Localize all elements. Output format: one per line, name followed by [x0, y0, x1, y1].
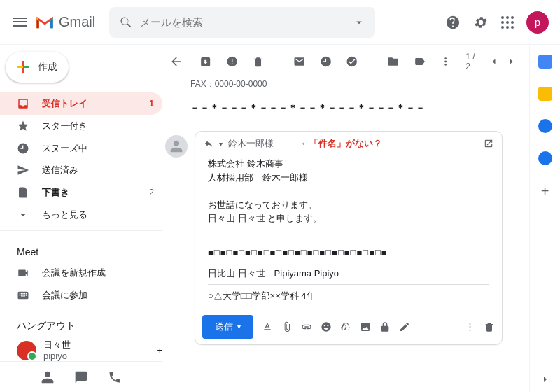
mark-unread-icon[interactable] — [293, 55, 305, 68]
compose-footer: 送信 ▾ ⋮ — [195, 309, 502, 344]
account-avatar[interactable]: p — [526, 11, 549, 34]
plus-icon — [17, 61, 29, 74]
pen-icon[interactable] — [399, 321, 410, 332]
archive-icon[interactable] — [200, 55, 211, 68]
search-input[interactable] — [140, 16, 353, 28]
emoji-icon[interactable] — [321, 321, 332, 332]
meet-new[interactable]: 会議を新規作成 — [0, 262, 162, 284]
sidebar: 作成 受信トレイ 1 スター付き スヌーズ中 送信済み 下書き 2 もっと見る — [0, 45, 162, 392]
phone-icon[interactable] — [108, 370, 122, 384]
inbox-icon — [17, 97, 29, 110]
help-icon[interactable] — [445, 15, 461, 30]
delete-icon[interactable] — [252, 55, 264, 68]
meet-join[interactable]: 会議に参加 — [0, 284, 162, 307]
compose-card: ▾ 鈴木一郎様 ←「件名」がない？ 株式会社 鈴木商事 人材採用部 鈴木一郎様 … — [195, 131, 503, 345]
nav-drafts[interactable]: 下書き 2 — [0, 181, 162, 204]
back-arrow-icon[interactable] — [169, 55, 183, 69]
popout-icon[interactable] — [484, 139, 493, 148]
prev-icon[interactable] — [489, 56, 499, 67]
contacts-app-icon[interactable] — [538, 151, 552, 165]
format-icon[interactable] — [262, 321, 273, 332]
star-icon — [17, 120, 29, 132]
clock-icon — [17, 142, 29, 155]
menu-icon[interactable] — [11, 14, 28, 31]
apps-icon[interactable] — [501, 16, 514, 29]
message-toolbar: 1 / 2 — [162, 45, 524, 78]
recipient-name[interactable]: 鈴木一郎様 — [228, 137, 274, 150]
nav-snoozed[interactable]: スヌーズ中 — [0, 137, 162, 160]
collapse-panel-icon[interactable] — [540, 374, 551, 385]
attach-icon[interactable] — [281, 321, 293, 332]
settings-icon[interactable] — [473, 15, 489, 30]
message-fax-line: FAX：0000-00-0000 — [162, 78, 524, 90]
hangouts-tabs — [0, 361, 162, 392]
message-counter: 1 / 2 — [465, 52, 481, 71]
hangouts-user[interactable]: 日々世 pipiyo + — [0, 337, 162, 361]
gmail-logo[interactable]: Gmail — [35, 14, 95, 30]
confidential-icon[interactable] — [379, 321, 391, 332]
drive-icon[interactable] — [340, 321, 351, 332]
search-icon — [119, 15, 133, 29]
spam-icon[interactable] — [226, 55, 238, 68]
compose-more-icon[interactable]: ⋮ — [465, 321, 475, 332]
drafts-icon — [17, 186, 29, 199]
add-app-icon[interactable]: + — [541, 183, 550, 200]
hangouts-section-label: ハングアウト — [17, 316, 76, 337]
nav-more[interactable]: もっと見る — [0, 204, 162, 226]
message-decor-line: －－＊－－－＊－－－＊－－＊－－－＊－－－＊－－ — [162, 90, 524, 131]
annotation-text: ←「件名」がない？ — [300, 137, 382, 150]
move-to-icon[interactable] — [387, 55, 399, 68]
link-icon[interactable] — [301, 321, 312, 332]
snooze-icon[interactable] — [320, 55, 332, 68]
keep-app-icon[interactable] — [538, 87, 552, 101]
search-options-icon[interactable] — [353, 16, 365, 29]
image-icon[interactable] — [360, 321, 371, 332]
compose-body[interactable]: 株式会社 鈴木商事 人材採用部 鈴木一郎様 お世話になっております。 日々山 日… — [195, 155, 502, 309]
next-icon[interactable] — [506, 56, 517, 67]
side-panel: + — [529, 45, 560, 392]
meet-section-label: Meet — [0, 235, 162, 262]
video-icon — [17, 267, 29, 279]
add-task-icon[interactable] — [346, 55, 358, 68]
user-avatar-icon — [17, 341, 36, 360]
recipient-caret-icon[interactable]: ▾ — [219, 140, 223, 148]
nav-starred[interactable]: スター付き — [0, 115, 162, 137]
app-name: Gmail — [59, 14, 95, 30]
send-more-caret-icon[interactable]: ▾ — [237, 323, 241, 330]
tasks-app-icon[interactable] — [538, 119, 552, 133]
compose-button[interactable]: 作成 — [6, 52, 69, 83]
person-icon — [169, 139, 183, 153]
sender-avatar — [165, 135, 188, 158]
nav-sent[interactable]: 送信済み — [0, 160, 162, 182]
chat-bubble-icon[interactable] — [74, 370, 88, 384]
search-box[interactable] — [109, 7, 375, 38]
sent-icon — [17, 164, 29, 176]
hangouts-add-icon[interactable]: + — [157, 345, 162, 356]
compose-label: 作成 — [38, 61, 57, 74]
reply-icon[interactable] — [204, 139, 214, 148]
label-icon[interactable] — [414, 55, 426, 68]
calendar-app-icon[interactable] — [538, 55, 552, 69]
person-icon[interactable] — [41, 370, 55, 384]
nav-inbox[interactable]: 受信トレイ 1 — [0, 92, 162, 115]
chevron-down-icon — [17, 209, 29, 221]
discard-icon[interactable] — [484, 321, 495, 332]
send-button[interactable]: 送信 ▾ — [202, 315, 253, 339]
more-icon[interactable] — [440, 55, 451, 68]
keyboard-icon — [17, 289, 29, 302]
